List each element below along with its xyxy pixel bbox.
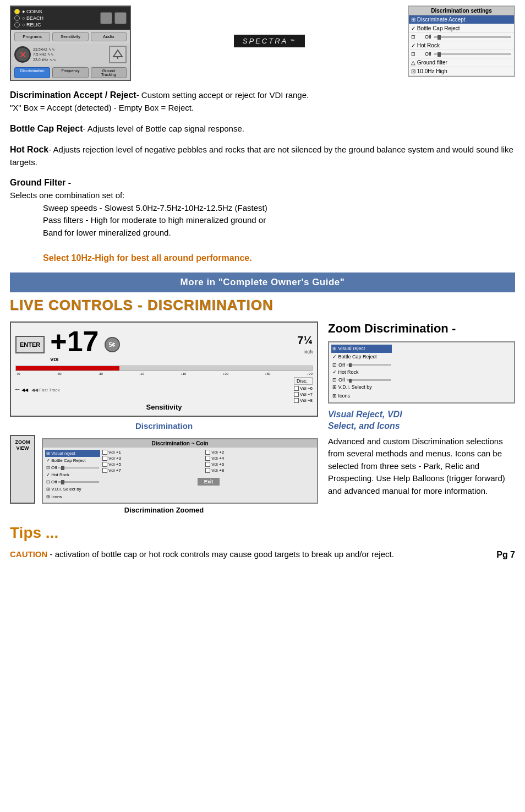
- live-section: ENTER +17 VDI 5¢ 7¼ inch -70-50-30-10+10…: [10, 321, 515, 514]
- svg-marker-0: [113, 50, 122, 57]
- zd-item-0[interactable]: ⊞ Visual reject: [45, 450, 100, 457]
- zd-item-5[interactable]: ⊞ V.D.I. Select by: [45, 486, 100, 493]
- device-mid: 23.5kHz ∿∿ 7.5 kHz ∿∿ 23.0 kHz ∿∿: [11, 43, 130, 66]
- zd-item-3[interactable]: ✓ Hot Rock: [45, 471, 100, 478]
- ground-filter-section: Ground Filter - Selects one combination …: [10, 176, 515, 265]
- caution-body: - activation of bottle cap or hot rock c…: [47, 549, 394, 559]
- caution-word: CAUTION: [10, 549, 47, 559]
- zp-slider-1: ⊡Off: [331, 362, 392, 368]
- zoom-view-button[interactable]: ZOOM VIEW: [10, 435, 35, 504]
- vdi-display: ENTER +17 VDI 5¢ 7¼ inch -70-50-30-10+10…: [10, 321, 318, 417]
- vdi-scale: -70-50-30-10+10+30+50+70: [15, 372, 313, 375]
- mode-beach: ○ BEACH: [22, 15, 43, 21]
- ground-filter-item-2: Band for lower mineralized ground.: [43, 227, 515, 239]
- zoom-body-text: Advanced and custom Discrimination selec…: [328, 435, 515, 498]
- zdr-item-2: Vdi +3: [102, 456, 204, 461]
- vdi-top: ENTER +17 VDI 5¢ 7¼ inch: [15, 327, 313, 362]
- disc-accept-title: Discrimination Accept / Reject: [10, 90, 136, 100]
- zd-item-6[interactable]: ⊞ Icons: [45, 493, 100, 500]
- mode-coins: ● COINS: [22, 9, 42, 14]
- device-panel-top: ● COINS ○ BEACH ○ RELIC: [11, 7, 130, 30]
- discrimination-title-block: SPECTRA™: [136, 6, 402, 72]
- zoomed-disc-left: ⊞ Visual reject ✓ Bottle Cap Reject ⊡Off…: [45, 450, 100, 500]
- ground-filter-tip: Select 10Hz-High for best all around per…: [43, 252, 515, 265]
- zp-item-6[interactable]: ⊞ Icons: [331, 392, 392, 401]
- disc-accept-body2: "X" Box = Accept (detected) - Empty Box …: [10, 102, 515, 115]
- device-buttons-row2: Discrimination Frequency Ground Tracking: [11, 66, 130, 80]
- disc-button-container: Disc.: [294, 377, 313, 385]
- vdi-number: +17: [50, 327, 99, 356]
- disc-setting-4[interactable]: ⊡ 10.0Hz High: [409, 67, 514, 76]
- spectra-badge: SPECTRA™: [234, 35, 305, 47]
- tips-title: Tips ...: [10, 524, 515, 542]
- zd-item-1[interactable]: ✓ Bottle Cap Reject: [45, 457, 100, 464]
- live-right: Zoom Discrimination - ⊞ Visual reject ✓ …: [328, 321, 515, 514]
- disc-icon: [14, 46, 31, 63]
- live-left: ENTER +17 VDI 5¢ 7¼ inch -70-50-30-10+10…: [10, 321, 318, 514]
- vdi-value-block: +17 VDI: [50, 327, 99, 362]
- disc-accept-section: Discrimination Accept / Reject- Custom s…: [10, 89, 515, 115]
- sensitivity-btn[interactable]: Sensitivity: [52, 32, 88, 41]
- zoom-panel: ⊞ Visual reject ✓ Bottle Cap Reject ⊡Off…: [328, 341, 515, 404]
- vdi-fraction: 7¼: [297, 334, 313, 347]
- ground-tracking-btn[interactable]: Ground Tracking: [91, 67, 127, 78]
- ground-filter-body1: Selects one combination set of:: [10, 189, 515, 202]
- vdi-right-info: 7¼ inch: [297, 334, 313, 355]
- disc-settings-title: Discrimination settings: [409, 7, 514, 15]
- tips-section: Tips ... CAUTION - activation of bottle …: [10, 524, 515, 561]
- disc-setting-3[interactable]: △ Ground filter: [409, 58, 514, 67]
- disc-setting-0[interactable]: ⊞ Discriminate Accept: [409, 15, 514, 24]
- zoomed-disc-content: ⊞ Visual reject ✓ Bottle Cap Reject ⊡Off…: [43, 448, 317, 503]
- bottle-cap-section: Bottle Cap Reject- Adjusts level of Bott…: [10, 122, 515, 135]
- zdr-item-1: Vdi +2: [205, 450, 307, 455]
- freq-lines: 23.5kHz ∿∿ 7.5 kHz ∿∿ 23.0 kHz ∿∿: [33, 47, 56, 62]
- vdi-label: VDI: [50, 357, 99, 362]
- zp-slider-2: ⊡Off: [331, 377, 392, 383]
- page-number: Pg 7: [496, 548, 515, 562]
- zdr-item-7: Vdi +8: [205, 468, 307, 473]
- bottle-cap-title: Bottle Cap Reject: [10, 124, 83, 133]
- enter-button[interactable]: ENTER: [15, 336, 45, 353]
- zdr-item-6: Vdi +7: [102, 468, 204, 473]
- disc-setting-1[interactable]: ✓ Bottle Cap Reject: [409, 24, 514, 33]
- device-buttons-row1: Programs Sensitivity Audio: [11, 30, 130, 43]
- zoom-disc-title: Zoom Discrimination -: [328, 321, 515, 336]
- zoomed-disc-panel: Discrimination ~ Coin ⊞ Visual reject ✓ …: [42, 438, 318, 504]
- vdi-fraction-sub: inch: [303, 349, 313, 355]
- disc-button[interactable]: Disc.: [297, 378, 308, 384]
- vdi-coin-circle: 5¢: [105, 337, 120, 352]
- discrimination-label-main: Discrimination: [10, 421, 318, 430]
- hot-rock-body: - Adjusts rejection level of negative pe…: [10, 145, 513, 167]
- disc-fast-track-row: ⭤ ◀◀ ◀◀ Fast Track Disc. Vdi +6 Vdi +7: [15, 377, 313, 403]
- vdi-bar: [15, 366, 313, 371]
- discrimination-btn[interactable]: Discrimination: [14, 67, 50, 78]
- zdr-item-0: Vdi +1: [102, 450, 204, 455]
- ground-filter-title: Ground Filter -: [10, 176, 515, 189]
- top-section: ● COINS ○ BEACH ○ RELIC Programs Sensiti…: [10, 6, 515, 81]
- disc-setting-slider-1: ⊡ Off: [409, 33, 514, 41]
- caution-text: CAUTION - activation of bottle cap or ho…: [10, 548, 515, 561]
- zd-slider-2: ⊡Off: [45, 478, 100, 486]
- zoomed-disc-header: Discrimination ~ Coin: [43, 439, 317, 448]
- device-panel: ● COINS ○ BEACH ○ RELIC Programs Sensiti…: [10, 6, 131, 81]
- zp-item-3[interactable]: ✓ Hot Rock: [331, 368, 392, 377]
- zoom-disc-area: ZOOM VIEW Discrimination ~ Coin ⊞ Visual…: [10, 435, 318, 504]
- programs-btn[interactable]: Programs: [14, 32, 50, 41]
- more-banner: More in "Complete Owner's Guide": [10, 273, 515, 292]
- disc-item-1: Vdi +7: [294, 392, 313, 397]
- exit-button[interactable]: Exit: [198, 478, 220, 486]
- zoom-panel-left: ⊞ Visual reject ✓ Bottle Cap Reject ⊡Off…: [331, 345, 392, 401]
- disc-setting-2[interactable]: ✓ Hot Rock: [409, 41, 514, 50]
- hot-rock-title: Hot Rock: [10, 145, 48, 154]
- zdr-item-5: Vdi +6: [205, 462, 307, 467]
- fast-track-label: ◀◀ Fast Track: [31, 388, 60, 393]
- ground-filter-item-0: Sweep speeds - Slowest 5.0Hz-7.5Hz-10Hz-…: [43, 202, 515, 215]
- frequency-btn[interactable]: Frequency: [52, 67, 88, 78]
- zp-item-5[interactable]: ⊞ V.D.I. Select by: [331, 383, 392, 392]
- sensitivity-label: Sensitivity: [15, 403, 313, 411]
- live-controls-title: LIVE CONTROLS - DISCRIMINATION: [10, 297, 515, 314]
- zp-item-1[interactable]: ✓ Bottle Cap Reject: [331, 353, 392, 362]
- audio-btn[interactable]: Audio: [91, 32, 127, 41]
- zp-item-0[interactable]: ⊞ Visual reject: [331, 345, 392, 353]
- disc-settings-panel: Discrimination settings ⊞ Discriminate A…: [408, 6, 515, 77]
